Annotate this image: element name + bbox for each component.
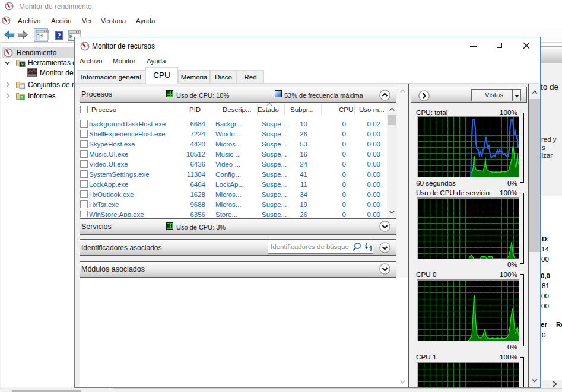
svg-text:?: ? (58, 31, 61, 40)
